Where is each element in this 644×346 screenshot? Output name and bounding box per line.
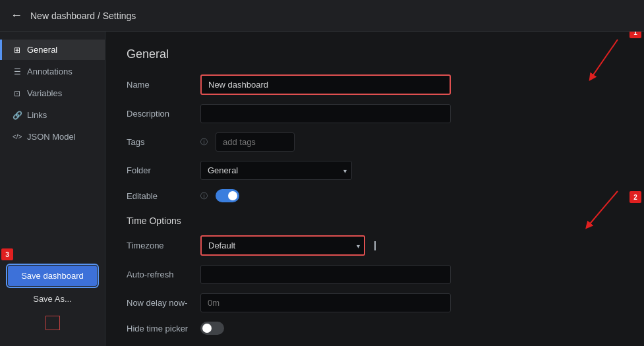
sidebar-item-links[interactable]: 🔗 Links [0,105,105,125]
timezone-label: Timezone [127,241,192,250]
editable-info-icon: ⓘ [200,191,208,201]
now-delay-label: Now delay now- [127,298,192,308]
sidebar-item-variables[interactable]: ⊡ Variables [0,83,105,103]
annotations-icon: ☰ [13,67,22,76]
section-title-general: General [127,47,623,61]
annotation-1: 1 [629,32,641,38]
back-button[interactable]: ← [11,9,22,22]
editable-toggle[interactable] [216,189,239,202]
form-group-timezone: Timezone Default Browser UTC ▾ [127,235,623,256]
save-dashboard-button[interactable]: Save dashboard [8,266,97,286]
sidebar-item-label: Links [27,110,47,120]
toggle-thumb [228,191,237,200]
toggle-thumb-off [202,324,212,333]
annotation-2: 2 [629,191,641,203]
folder-label: Folder [127,165,192,175]
form-group-autorefresh: Auto-refresh [127,265,623,284]
annotation-3: 3 [1,248,13,260]
sidebar-item-label: Annotations [27,67,73,76]
sidebar-item-json-model[interactable]: </> JSON Model [0,127,105,147]
name-label: Name [127,80,192,90]
name-input[interactable] [200,74,451,95]
form-group-folder: Folder General ▾ [127,161,623,180]
general-icon: ⊞ [13,45,22,55]
timezone-select-wrapper: Default Browser UTC ▾ [200,235,365,256]
form-group-name: Name [127,74,623,95]
form-group-tags: Tags ⓘ [127,132,623,152]
form-group-editable: Editable ⓘ [127,189,623,202]
topbar: ← New dashboard / Settings [0,0,644,32]
form-group-hide-time-picker: Hide time picker [127,322,623,335]
topbar-title: New dashboard / Settings [30,11,136,21]
time-options-title: Time Options [127,216,623,226]
variables-icon: ⊡ [13,89,22,98]
sidebar-item-label: General [27,45,57,55]
now-delay-input[interactable] [200,293,451,312]
autorefresh-input[interactable] [200,265,451,284]
sidebar-item-annotations[interactable]: ☰ Annotations [0,61,105,82]
save-as-button[interactable]: Save As... [8,290,97,308]
autorefresh-label: Auto-refresh [127,270,192,279]
sidebar-item-label: Variables [27,88,62,98]
cursor [374,241,376,250]
description-label: Description [127,109,192,119]
layout: ⊞ General ☰ Annotations ⊡ Variables 🔗 Li… [0,32,644,346]
tags-info-icon: ⓘ [200,137,208,147]
tags-label: Tags [127,137,192,147]
form-group-description: Description [127,104,623,123]
folder-select-wrapper: General ▾ [200,161,352,180]
sidebar: ⊞ General ☰ Annotations ⊡ Variables 🔗 Li… [0,32,105,346]
json-model-icon: </> [13,133,22,140]
editable-label: Editable [127,191,192,201]
sidebar-item-label: JSON Model [27,132,76,142]
sidebar-actions: 3 Save dashboard Save As... [0,258,105,338]
form-group-now-delay: Now delay now- [127,293,623,312]
tags-input[interactable] [216,132,295,152]
description-input[interactable] [200,104,451,123]
sidebar-item-general[interactable]: ⊞ General [0,40,105,60]
folder-select[interactable]: General [200,161,352,180]
hide-time-picker-toggle[interactable] [200,322,224,335]
hide-time-picker-label: Hide time picker [127,324,192,333]
main-content: 1 General Name Description Tags ⓘ Folder [105,32,644,346]
timezone-select[interactable]: Default Browser UTC [200,235,365,256]
links-icon: 🔗 [13,111,22,120]
decorative-box [45,316,60,330]
